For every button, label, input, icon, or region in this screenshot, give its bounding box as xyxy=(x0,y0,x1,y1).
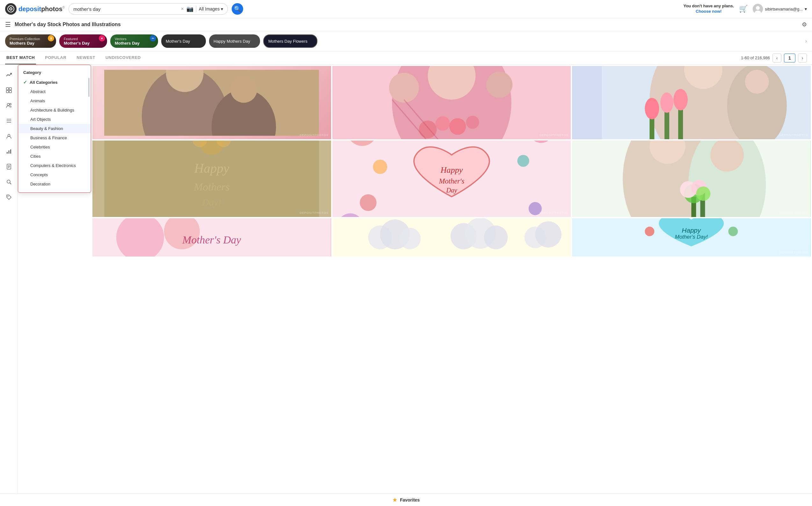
svg-line-24 xyxy=(10,183,11,184)
tab-newest[interactable]: NEWEST xyxy=(75,51,96,64)
svg-point-77 xyxy=(360,194,376,211)
watermark-4: DEPOSITPHOTOS xyxy=(300,211,328,215)
tab-popular[interactable]: POPULAR xyxy=(44,51,68,64)
category-celebrities[interactable]: Celebrities xyxy=(18,143,91,152)
chevron-down-icon: ▾ xyxy=(221,6,223,11)
sub-header: ☰ Mother's day Stock Photos and Illustra… xyxy=(0,18,812,31)
camera-icon[interactable]: 📷 xyxy=(186,5,193,12)
tag-pill-mothers-day[interactable]: Mother's Day xyxy=(161,34,206,48)
current-page[interactable]: 1 xyxy=(784,54,795,63)
svg-text:Mother's Day!: Mother's Day! xyxy=(675,234,708,240)
category-decoration[interactable]: Decoration xyxy=(18,179,91,189)
svg-text:Mothers: Mothers xyxy=(193,181,230,193)
image-cell-9[interactable]: Happy Mother's Day! DEPOSITPHOTOS xyxy=(572,218,811,256)
favorites-label[interactable]: Favorites xyxy=(400,497,420,503)
svg-text:Mother's Day: Mother's Day xyxy=(182,234,241,246)
page-title: Mother's day Stock Photos and Illustrati… xyxy=(15,22,121,27)
image-cell-1[interactable]: DEPOSITPHOTOS xyxy=(92,66,331,139)
category-art[interactable]: Art Objects xyxy=(18,115,91,124)
watermark-1: DEPOSITPHOTOS xyxy=(300,134,328,137)
pencil-badge: ✏ xyxy=(150,35,156,41)
category-label: Celebrities xyxy=(30,145,50,150)
prev-page-button[interactable]: ‹ xyxy=(773,54,782,63)
user-chevron-icon: ▾ xyxy=(805,6,807,11)
svg-point-93 xyxy=(116,218,164,256)
sidebar-user-icon[interactable] xyxy=(3,130,15,143)
hamburger-icon[interactable]: ☰ xyxy=(5,21,11,28)
tab-best-match[interactable]: BEST MATCH xyxy=(5,51,36,64)
watermark-9: DEPOSITPHOTOS xyxy=(780,251,808,254)
sort-tabs: BEST MATCH POPULAR NEWEST UNDISCOVERED 1… xyxy=(0,51,812,65)
category-cities[interactable]: Cities xyxy=(18,152,91,161)
sidebar-doc-icon[interactable] xyxy=(3,160,15,173)
category-architecture[interactable]: Architecture & Buildings xyxy=(18,105,91,115)
category-computers[interactable]: Computers & Electronics xyxy=(18,161,91,170)
watermark-5: DEPOSITPHOTOS xyxy=(540,211,568,215)
image-cell-7[interactable]: Mother's Day xyxy=(92,218,331,256)
image-cell-5[interactable]: Happy Mother's Day DEPOSITPHOTOS xyxy=(332,141,571,217)
image-cell-4[interactable]: Happy Mothers Day! DEPOSITPHOTOS xyxy=(92,141,331,217)
category-abstract[interactable]: Abstract xyxy=(18,87,91,96)
image-cell-8[interactable] xyxy=(332,218,571,256)
svg-point-75 xyxy=(373,160,387,174)
svg-point-30 xyxy=(230,76,257,103)
svg-point-51 xyxy=(645,98,659,119)
tab-undiscovered[interactable]: UNDISCOVERED xyxy=(104,51,142,64)
next-page-button[interactable]: › xyxy=(798,54,807,63)
svg-rect-45 xyxy=(572,66,602,139)
image-type-selector[interactable]: All Images ▾ xyxy=(199,6,223,11)
tag-pill-happy[interactable]: Happy Mothers Day xyxy=(209,34,260,48)
tag-pill-premium[interactable]: Premium Collection Mothers Day ♛ xyxy=(5,34,56,48)
pagination-area: 1-60 of 216,986 ‹ 1 › xyxy=(741,54,807,63)
sidebar-people-icon[interactable] xyxy=(3,99,15,112)
category-all-categories[interactable]: ✓ All Categories xyxy=(18,77,91,87)
category-animals[interactable]: Animals xyxy=(18,96,91,105)
search-bar[interactable]: mother's day × 📷 All Images ▾ xyxy=(69,3,228,15)
image-cell-3[interactable]: DEPOSITPHOTOS xyxy=(572,66,811,139)
sidebar-chart-icon[interactable] xyxy=(3,145,15,158)
tag-pill-flowers[interactable]: Mothers Day Flowers xyxy=(263,34,317,48)
sidebar-list-icon[interactable] xyxy=(3,114,15,127)
sidebar-trending-icon[interactable] xyxy=(3,69,15,81)
svg-rect-16 xyxy=(7,152,8,154)
category-scrollbar[interactable] xyxy=(88,78,90,97)
cart-icon[interactable]: 🛒 xyxy=(739,5,748,13)
header-right: You don't have any plans. Choose now! 🛒 … xyxy=(683,3,807,14)
category-concepts[interactable]: Concepts xyxy=(18,170,91,179)
category-label: Animals xyxy=(30,98,45,103)
sidebar-icons xyxy=(0,65,18,506)
sidebar-tag-icon[interactable] xyxy=(3,191,15,203)
crown-badge: ♛ xyxy=(48,35,54,41)
main-layout: Category ✓ All Categories Abstract Anima… xyxy=(0,65,812,506)
svg-point-39 xyxy=(449,118,466,135)
svg-point-36 xyxy=(486,72,512,98)
svg-point-99 xyxy=(399,228,420,249)
search-input[interactable]: mother's day xyxy=(73,6,178,12)
tag-pill-featured[interactable]: Featured Mother's Day ♥ xyxy=(59,34,107,48)
clear-icon[interactable]: × xyxy=(181,6,183,12)
pills-next-chevron[interactable]: › xyxy=(805,38,807,44)
choose-plans-link[interactable]: Choose now! xyxy=(696,9,722,14)
sidebar-grid-icon[interactable] xyxy=(3,84,15,96)
svg-rect-9 xyxy=(9,90,11,93)
svg-point-109 xyxy=(729,227,738,236)
svg-point-40 xyxy=(466,116,479,129)
pagination-range: 1-60 of 216,986 xyxy=(741,56,770,60)
category-label: Abstract xyxy=(30,89,46,94)
category-label: Beauty & Fashion xyxy=(30,126,63,131)
category-label: Computers & Electronics xyxy=(30,163,76,168)
search-button[interactable]: 🔍 xyxy=(232,3,243,15)
sidebar-search-icon[interactable] xyxy=(3,176,15,188)
image-cell-6[interactable]: DEPOSITPHOTOS xyxy=(572,141,811,217)
category-beauty[interactable]: Beauty & Fashion xyxy=(18,124,91,133)
svg-point-108 xyxy=(645,227,655,236)
category-business[interactable]: Business & Finance xyxy=(18,133,91,143)
tag-pill-vectors[interactable]: Vectors Mothers Day ✏ xyxy=(110,34,158,48)
svg-text:Day!: Day! xyxy=(202,197,221,207)
tag-pill-label: Mother's Day xyxy=(166,39,190,44)
user-info[interactable]: sibirtsevamaria@g... ▾ xyxy=(753,4,807,14)
check-icon: ✓ xyxy=(23,80,27,85)
settings-icon[interactable]: ⚙ xyxy=(802,21,807,28)
svg-point-23 xyxy=(7,180,10,183)
image-cell-2[interactable]: DEPOSITPHOTOS xyxy=(332,66,571,139)
